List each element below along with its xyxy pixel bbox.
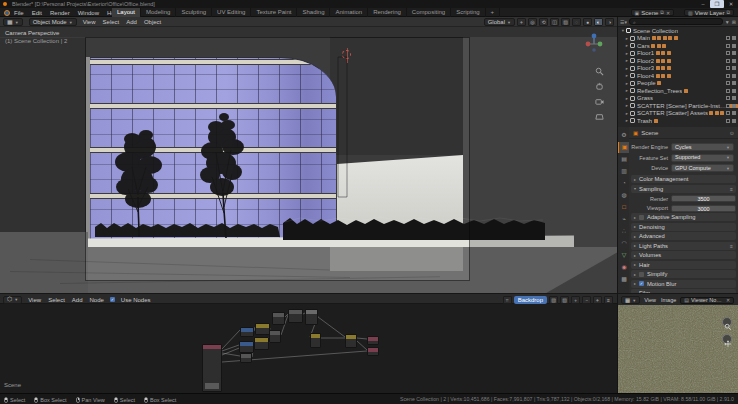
section-adaptive-sampling[interactable]: ▸Adaptive Sampling	[631, 213, 736, 221]
compositor-node-12[interactable]	[367, 336, 379, 345]
perspective-toggle-icon[interactable]	[595, 112, 604, 121]
mode-dropdown[interactable]: Object Mode▼	[29, 18, 77, 26]
node-menu-select[interactable]: Select	[48, 297, 65, 303]
compositor-node-6[interactable]	[240, 353, 252, 363]
gizmo-minus-z[interactable]	[592, 48, 596, 52]
menu-window[interactable]: Window	[78, 10, 99, 16]
backdrop-zoom-in-icon[interactable]: ＋	[571, 296, 580, 304]
section-denoising[interactable]: ▸Denoising	[631, 223, 736, 231]
expand-arrow-icon[interactable]: ▸	[634, 215, 636, 220]
shading-wireframe-icon[interactable]: ◌	[572, 18, 581, 26]
hide-viewport-icon[interactable]	[726, 96, 730, 100]
disable-render-icon[interactable]	[732, 119, 736, 123]
outliner-row-scatter-scatter-assets[interactable]: ▸SCATTER [Scatter] Assets	[618, 110, 738, 118]
outliner-row-trash[interactable]: ▸Trash	[618, 117, 738, 125]
outliner-row-scene-collection[interactable]: ▾Scene Collection	[618, 27, 738, 35]
xray-toggle-icon[interactable]: ▨	[561, 18, 570, 26]
hide-viewport-icon[interactable]	[726, 81, 730, 85]
section-color-management[interactable]: ▸Color Management	[631, 175, 736, 183]
viewport-menu-select[interactable]: Select	[103, 19, 120, 25]
section-film[interactable]: ▸Film	[631, 289, 736, 293]
gizmo-y-axis[interactable]	[598, 42, 603, 47]
workspace-tab-texture-paint[interactable]: Texture Paint	[251, 8, 297, 17]
new-collection-icon[interactable]: ⊞	[732, 19, 736, 25]
hide-viewport-icon[interactable]	[726, 104, 730, 108]
outliner-row-cars[interactable]: ▸Cars	[618, 42, 738, 50]
outliner-row-scatter-scene-particle-instances[interactable]: ▸SCATTER [Scene] Particle-Instances	[618, 102, 738, 110]
outliner-search-input[interactable]: ⌕	[629, 18, 723, 25]
hide-viewport-icon[interactable]	[726, 66, 730, 70]
use-nodes-checkbox[interactable]: ✓	[110, 297, 115, 302]
pin-icon[interactable]: ⊙	[730, 130, 734, 136]
viewport-menu-view[interactable]: View	[83, 19, 96, 25]
section-advanced[interactable]: ▸Advanced	[631, 232, 736, 240]
image-editor-type-dropdown[interactable]: ▦▼	[621, 296, 640, 304]
close-button[interactable]: ✕	[724, 0, 738, 8]
gizmo-x-axis[interactable]	[586, 42, 591, 47]
section-light-paths[interactable]: ▸Light Paths≡	[631, 242, 736, 250]
workspace-tab-uv-editing[interactable]: UV Editing	[212, 8, 251, 17]
expand-arrow-icon[interactable]: ▸	[634, 262, 636, 267]
workspace-tab-sculpting[interactable]: Sculpting	[176, 8, 212, 17]
setting-value-dropdown[interactable]: Supported▼	[671, 154, 734, 162]
disable-render-icon[interactable]	[732, 66, 736, 70]
minimize-button[interactable]: –	[696, 0, 710, 8]
node-options-icon[interactable]: ≡	[604, 296, 613, 304]
disable-render-icon[interactable]	[732, 59, 736, 63]
shading-solid-icon[interactable]: ●	[583, 18, 592, 26]
scene-selector[interactable]: ▣ Scene ⧉ ✕	[631, 9, 675, 16]
compositor-node-1[interactable]	[240, 327, 254, 337]
outliner-row-floor1[interactable]: ▸Floor1	[618, 50, 738, 58]
hide-viewport-icon[interactable]	[726, 119, 730, 123]
node-menu-add[interactable]: Add	[72, 297, 83, 303]
setting-value-dropdown[interactable]: GPU Compute▼	[671, 164, 734, 172]
shading-rendered-icon[interactable]: ◑	[605, 18, 614, 26]
outliner-row-floor2[interactable]: ▸Floor2	[618, 57, 738, 65]
view-layer-selector[interactable]: ▥ View Layer ⧉	[684, 9, 734, 16]
expand-arrow-icon[interactable]: ▸	[634, 253, 636, 258]
shading-material-icon[interactable]: ◐	[594, 18, 603, 26]
outliner-row-main[interactable]: ▸Main	[618, 35, 738, 43]
expand-arrow-icon[interactable]: ▸	[634, 272, 636, 277]
image-editor-canvas[interactable]	[617, 305, 738, 393]
node-menu-view[interactable]: View	[28, 297, 41, 303]
disable-render-icon[interactable]	[732, 104, 736, 108]
compositor-node-11[interactable]	[345, 334, 357, 348]
workspace-tab-shading[interactable]: Shading	[297, 8, 330, 17]
hide-viewport-icon[interactable]	[726, 36, 730, 40]
menu-file[interactable]: File	[14, 10, 24, 16]
editor-type-dropdown[interactable]: ▦▼	[3, 18, 23, 26]
workspace-tab-animation[interactable]: Animation	[330, 8, 368, 17]
navigation-gizmo[interactable]	[583, 32, 605, 54]
viewport-menu-add[interactable]: Add	[126, 19, 137, 25]
hide-viewport-icon[interactable]	[726, 44, 730, 48]
workspace-tab-scripting[interactable]: Scripting	[451, 8, 485, 17]
disable-render-icon[interactable]	[732, 96, 736, 100]
compositor-node-2[interactable]	[239, 341, 254, 353]
workspace-tab-rendering[interactable]: Rendering	[368, 8, 407, 17]
expand-arrow-icon[interactable]: ▾	[634, 186, 636, 191]
section-checkbox[interactable]	[639, 215, 644, 220]
section-simplify[interactable]: ▸Simplify	[631, 270, 736, 278]
viewport-3d[interactable]: Camera Perspective (1) Scene Collection …	[0, 27, 617, 293]
preset-menu-icon[interactable]: ≡	[730, 186, 733, 192]
show-gizmo-icon[interactable]: ⟲	[539, 18, 548, 26]
backdrop-toggle-button[interactable]: Backdrop	[514, 296, 547, 304]
section-checkbox[interactable]	[639, 272, 644, 277]
compositor-node-10[interactable]	[310, 333, 321, 348]
maximize-button[interactable]: ❐	[710, 0, 724, 8]
hide-viewport-icon[interactable]	[726, 111, 730, 115]
image-zoom-gizmo[interactable]	[722, 317, 732, 327]
hide-viewport-icon[interactable]	[726, 74, 730, 78]
menu-edit[interactable]: Edit	[32, 10, 42, 16]
disable-render-icon[interactable]	[732, 36, 736, 40]
backdrop-channel-color-icon[interactable]: ▧	[549, 296, 558, 304]
outliner-row-people[interactable]: ▸People	[618, 80, 738, 88]
disable-render-icon[interactable]	[732, 81, 736, 85]
compositor-node-5[interactable]	[269, 330, 281, 343]
gizmo-z-axis[interactable]	[592, 34, 597, 39]
new-scene-icon[interactable]: ⧉	[660, 9, 664, 16]
expand-arrow-icon[interactable]: ▸	[634, 234, 636, 239]
image-menu-image[interactable]: Image	[661, 297, 676, 303]
expand-arrow-icon[interactable]: ▸	[634, 281, 636, 286]
